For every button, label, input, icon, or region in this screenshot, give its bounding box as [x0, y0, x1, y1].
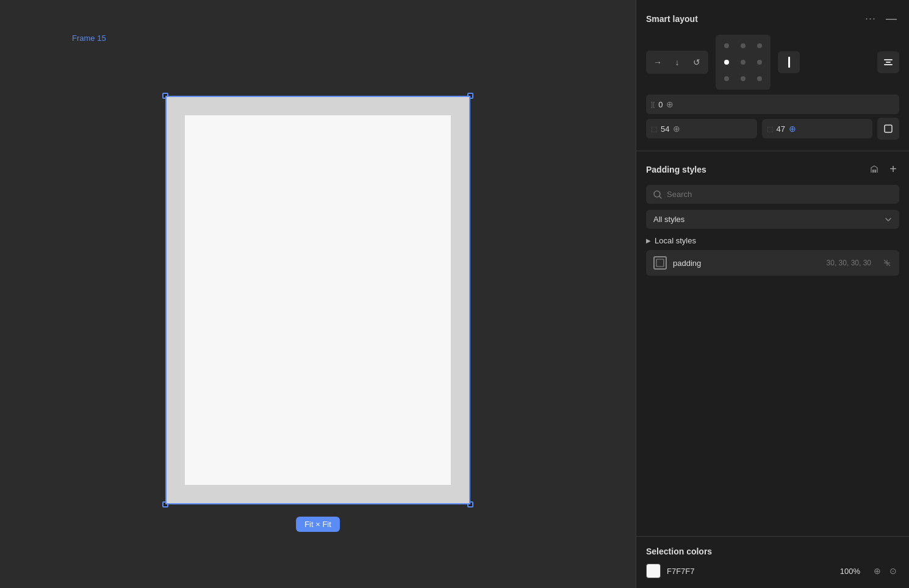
gap-value: 0	[658, 100, 663, 109]
padding-styles-actions: +	[866, 161, 899, 177]
direction-buttons: → ↓ ↺	[646, 51, 708, 74]
canvas-area: Frame 15 Fit × Fit	[0, 0, 636, 588]
selection-colors-section: Selection colors F7F7F7 100% ⊕ ⊙	[636, 536, 909, 588]
style-item-icon	[653, 256, 667, 270]
search-input[interactable]	[667, 190, 892, 199]
svg-rect-0	[884, 59, 893, 60]
smart-layout-section: Smart layout ··· — → ↓ ↺	[636, 0, 909, 151]
color-item[interactable]: F7F7F7 100% ⊕ ⊙	[646, 564, 899, 578]
align-right-button[interactable]	[877, 51, 899, 73]
align-bars-icon	[778, 51, 800, 73]
align-dot-ml	[724, 60, 729, 65]
fit-badge: Fit × Fit	[296, 517, 340, 532]
frame-outer	[165, 96, 470, 504]
search-bar[interactable]	[646, 185, 899, 204]
svg-line-7	[659, 196, 661, 198]
style-item-values: 30, 30, 30, 30	[827, 259, 871, 267]
padding-v-value: 47	[777, 124, 785, 134]
local-styles-group: ▶ Local styles padding 30, 30, 30, 30	[646, 236, 899, 276]
alignment-grid[interactable]	[716, 35, 771, 90]
smart-layout-header: Smart layout ··· —	[646, 10, 899, 27]
color-distribute-button[interactable]: ⊕	[871, 565, 883, 577]
chevron-down-icon	[885, 216, 892, 223]
svg-rect-4	[872, 170, 874, 173]
align-dot-tl	[724, 43, 729, 48]
direction-wrap-button[interactable]: ↺	[688, 53, 706, 71]
style-item[interactable]: padding 30, 30, 30, 30	[646, 250, 899, 276]
add-style-button[interactable]: +	[887, 161, 899, 177]
gap-label: ][	[651, 101, 655, 108]
direction-right-button[interactable]: →	[649, 53, 667, 71]
align-dot-bc	[741, 76, 746, 81]
svg-rect-1	[886, 62, 891, 63]
style-item-name: padding	[673, 259, 821, 268]
padding-h-field[interactable]: ⬚ 54 ⊕	[646, 119, 757, 138]
smart-layout-more-button[interactable]: ···	[863, 10, 878, 27]
layout-padding-row: ⬚ 54 ⊕ ⬚ 47 ⊕	[646, 118, 899, 140]
color-actions: ⊕ ⊙	[871, 565, 899, 577]
color-swatch	[646, 564, 661, 578]
styles-dropdown[interactable]: All styles	[646, 210, 899, 229]
padding-h-label: ⬚	[651, 125, 657, 133]
svg-rect-2	[884, 64, 893, 65]
align-dot-mc	[741, 60, 746, 65]
padding-styles-title: Padding styles	[646, 165, 706, 174]
frame-inner	[185, 115, 451, 485]
distribute-icon: ⊕	[666, 99, 674, 109]
padding-corners-button[interactable]	[877, 118, 899, 140]
padding-v-field[interactable]: ⬚ 47 ⊕	[762, 119, 873, 138]
frame-label: Frame 15	[72, 34, 106, 43]
color-opacity: 100%	[840, 567, 860, 576]
align-dot-br	[757, 76, 762, 81]
smart-layout-title: Smart layout	[646, 14, 698, 24]
color-target-button[interactable]: ⊙	[887, 565, 899, 577]
padding-styles-header: Padding styles +	[636, 151, 909, 185]
align-dot-tr	[757, 43, 762, 48]
svg-rect-3	[885, 125, 892, 132]
padding-styles-section: Padding styles +	[636, 151, 909, 536]
align-dot-bl	[724, 76, 729, 81]
local-styles-title: Local styles	[655, 236, 696, 245]
search-icon	[653, 190, 662, 199]
gap-field[interactable]: ][ 0 ⊕	[646, 95, 899, 114]
library-icon-button[interactable]	[866, 163, 882, 176]
direction-down-button[interactable]: ↓	[668, 53, 686, 71]
apply-style-icon	[882, 258, 892, 268]
layout-gap-row: ][ 0 ⊕	[646, 95, 899, 114]
padding-h-value: 54	[661, 124, 669, 134]
svg-rect-5	[875, 170, 877, 173]
color-hex: F7F7F7	[667, 567, 834, 576]
local-styles-toggle[interactable]: ▶ Local styles	[646, 236, 899, 245]
align-dot-tc	[741, 43, 746, 48]
padding-v-distribute-icon: ⊕	[789, 124, 796, 134]
padding-v-label: ⬚	[767, 125, 773, 133]
right-panel: Smart layout ··· — → ↓ ↺	[636, 0, 909, 588]
layout-controls-row1: → ↓ ↺	[646, 35, 899, 90]
align-dot-mr	[757, 60, 762, 65]
selection-colors-title: Selection colors	[646, 547, 899, 556]
padding-h-distribute-icon: ⊕	[673, 124, 680, 134]
smart-layout-collapse-button[interactable]: —	[883, 11, 899, 26]
triangle-icon: ▶	[646, 237, 651, 244]
svg-rect-8	[656, 259, 664, 267]
frame-wrapper: Fit × Fit	[165, 96, 470, 504]
dropdown-label: All styles	[653, 215, 684, 224]
